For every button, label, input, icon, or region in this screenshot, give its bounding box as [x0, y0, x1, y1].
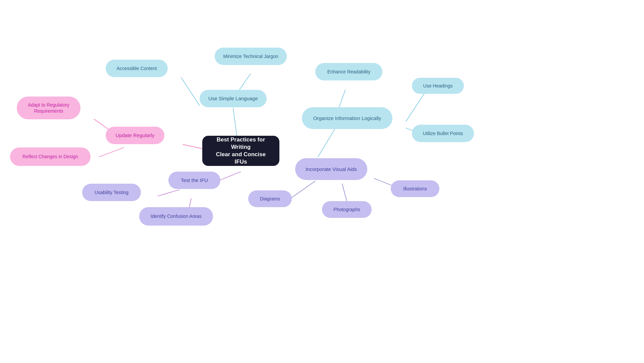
use-simple-language-node[interactable]: Use Simple Language	[200, 90, 267, 107]
accessible-content-node[interactable]: Accessible Content	[106, 60, 168, 77]
diagrams-node[interactable]: Diagrams	[248, 190, 292, 207]
use-headings-node[interactable]: Use Headings	[412, 78, 464, 94]
usability-testing-node[interactable]: Usability Testing	[82, 184, 141, 201]
svg-line-9	[318, 128, 335, 157]
svg-line-5	[99, 147, 124, 157]
enhance-readability-node[interactable]: Enhance Readability	[315, 63, 382, 80]
identify-confusion-node[interactable]: Identify Confusion Areas	[139, 207, 213, 226]
incorporate-visual-node[interactable]: Incorporate Visual Aids	[295, 158, 367, 180]
update-regularly-node[interactable]: Update Regularly	[106, 127, 164, 144]
minimize-jargon-node[interactable]: Minimize Technical Jargon	[215, 48, 287, 65]
adapt-regulatory-node[interactable]: Adapt to RegulatoryRequirements	[17, 97, 80, 119]
illustrations-node[interactable]: Illustrations	[391, 180, 439, 197]
svg-line-7	[158, 190, 179, 196]
svg-line-2	[181, 77, 200, 106]
center-node[interactable]: Best Practices for WritingClear and Conc…	[202, 136, 279, 166]
organize-info-node[interactable]: Organize Information Logically	[302, 107, 392, 129]
photographs-node[interactable]: Photographs	[322, 201, 372, 218]
reflect-changes-node[interactable]: Reflect Changes in Design	[10, 147, 91, 166]
test-ifu-node[interactable]: Test the IFU	[168, 172, 220, 189]
utilize-bullets-node[interactable]: Utilize Bullet Points	[412, 125, 474, 142]
svg-line-11	[406, 94, 424, 122]
